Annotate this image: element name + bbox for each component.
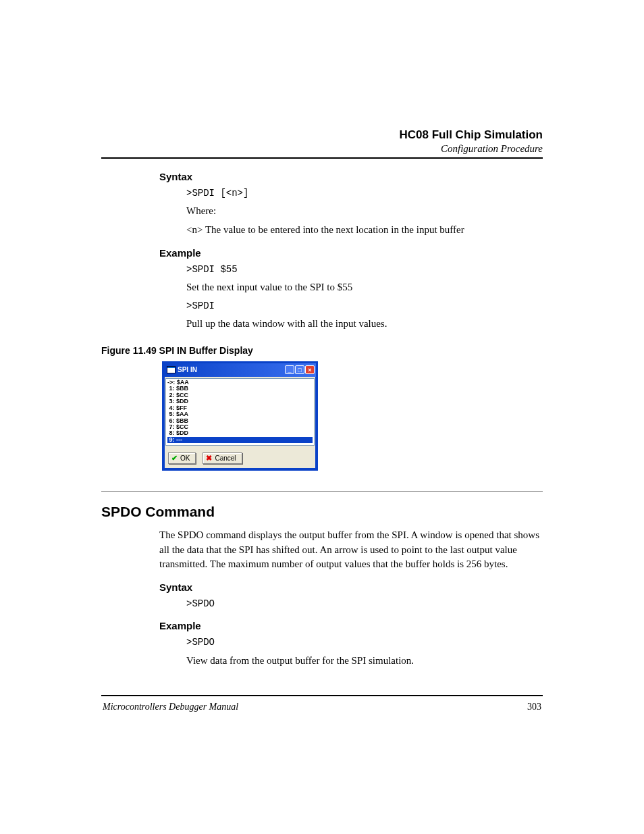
syntax-heading: Syntax — [159, 171, 543, 182]
spdi-example-cmd2: >SPDI — [186, 299, 543, 313]
spdi-example-desc2: Pull up the data window with all the inp… — [186, 317, 543, 332]
spdo-example-desc: View data from the output buffer for the… — [186, 654, 543, 669]
example-heading: Example — [159, 247, 543, 259]
where-desc: <n> The value to be entered into the nex… — [186, 223, 543, 238]
x-icon: ✖ — [206, 454, 212, 463]
where-label: Where: — [186, 204, 543, 219]
app-icon — [167, 366, 176, 373]
list-item[interactable]: 6: $BB — [167, 418, 313, 424]
dialog-titlebar[interactable]: SPI IN _ □ × — [164, 363, 316, 377]
spdo-heading: SPDO Command — [101, 504, 543, 520]
ok-button-label: OK — [180, 454, 190, 462]
header-title: HC08 Full Chip Simulation — [101, 128, 543, 142]
page-number: 303 — [527, 702, 541, 712]
page-header: HC08 Full Chip Simulation Configuration … — [101, 128, 543, 155]
list-item[interactable]: 3: $DD — [167, 398, 313, 405]
page-footer: Microcontrollers Debugger Manual 303 — [101, 702, 543, 712]
footer-rule — [101, 695, 543, 696]
footer-left: Microcontrollers Debugger Manual — [103, 702, 238, 712]
list-item[interactable]: ->: $AA — [167, 380, 313, 386]
spdo-example-heading: Example — [159, 620, 543, 631]
spdo-syntax-cmd: >SPDO — [186, 597, 543, 610]
list-item[interactable]: 7: $CC — [167, 424, 313, 430]
close-button[interactable]: × — [305, 365, 315, 374]
list-item[interactable]: 5: $AA — [167, 411, 313, 417]
list-item[interactable]: 2: $CC — [167, 392, 313, 398]
figure-caption: Figure 11.49 SPI IN Buffer Display — [101, 345, 543, 356]
header-rule — [101, 157, 543, 159]
spdi-syntax-cmd: >SPDI [<n>] — [186, 186, 543, 200]
list-item[interactable]: 8: $DD — [167, 430, 313, 436]
spdo-example-cmd: >SPDO — [186, 635, 543, 649]
ok-button[interactable]: ✔ OK — [168, 452, 196, 464]
spdi-example-desc1: Set the next input value to the SPI to $… — [186, 280, 543, 295]
maximize-button[interactable]: □ — [295, 365, 304, 374]
list-item[interactable]: 4: $FF — [167, 405, 313, 411]
cancel-button[interactable]: ✖ Cancel — [203, 452, 242, 464]
spdo-body: The SPDO command displays the output buf… — [159, 528, 543, 572]
spdo-syntax-heading: Syntax — [159, 581, 543, 593]
dialog-title: SPI IN — [178, 366, 197, 373]
spi-in-dialog: SPI IN _ □ × ->: $AA 1: $BB 2: $CC 3: $D… — [162, 361, 318, 471]
spdi-example-cmd1: >SPDI $55 — [186, 263, 543, 276]
header-subtitle: Configuration Procedure — [101, 143, 543, 155]
check-icon: ✔ — [171, 454, 178, 463]
buffer-list[interactable]: ->: $AA 1: $BB 2: $CC 3: $DD 4: $FF 5: $… — [165, 378, 315, 446]
cancel-button-label: Cancel — [215, 454, 236, 462]
section-divider — [101, 491, 543, 492]
list-item-selected[interactable]: 9: --- — [167, 437, 313, 443]
minimize-button[interactable]: _ — [285, 365, 294, 374]
window-controls: _ □ × — [285, 365, 315, 374]
list-item[interactable]: 1: $BB — [167, 386, 313, 392]
